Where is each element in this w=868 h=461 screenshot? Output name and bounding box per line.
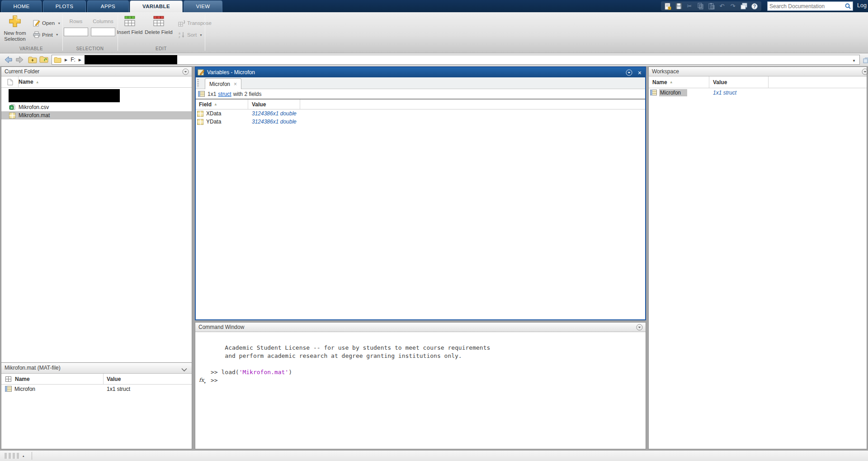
- address-actions-icon[interactable]: [861, 56, 868, 66]
- breadcrumb-caret-icon: ▶: [65, 58, 67, 62]
- close-tab-icon[interactable]: ×: [234, 81, 237, 87]
- forward-button[interactable]: [14, 55, 25, 65]
- tabstrip-grip[interactable]: [197, 79, 199, 87]
- login-link[interactable]: Log In: [857, 2, 868, 9]
- name-column-header[interactable]: Name: [652, 79, 667, 86]
- field-name: XData: [206, 110, 221, 117]
- workspace-title: Workspace: [652, 68, 679, 75]
- address-dropdown-icon[interactable]: ▼: [852, 59, 856, 63]
- sort-ascending-icon: ▲: [36, 80, 39, 84]
- back-button[interactable]: [3, 55, 13, 65]
- struct-icon: [650, 90, 658, 95]
- open-icon: [33, 19, 40, 27]
- workspace-table-header: Name ▲ Value: [649, 76, 867, 88]
- transpose-icon: [178, 19, 185, 27]
- sort-label: Sort: [187, 32, 197, 38]
- print-icon: [33, 31, 40, 38]
- command-window-panel: Command Window Academic Student License …: [195, 322, 646, 449]
- details-row[interactable]: Microfon 1x1 struct: [1, 385, 192, 393]
- struct-link[interactable]: struct: [218, 91, 231, 97]
- delete-field-icon: [153, 16, 165, 27]
- open-button[interactable]: Open ▼: [33, 19, 61, 27]
- search-documentation-input[interactable]: [768, 3, 843, 10]
- panel-menu-icon[interactable]: [182, 68, 189, 75]
- name-column-header[interactable]: Name: [19, 79, 33, 85]
- command-window-content[interactable]: Academic Student License -- for use by s…: [195, 332, 646, 385]
- tab-variable[interactable]: VARIABLE: [130, 0, 183, 12]
- insert-field-button[interactable]: Insert Field: [116, 16, 143, 35]
- delete-field-button[interactable]: Delete Field: [145, 16, 173, 35]
- variables-document-tab[interactable]: Microfon ×: [205, 78, 241, 89]
- breadcrumb-drive[interactable]: F:: [71, 57, 75, 63]
- panel-menu-icon[interactable]: [862, 68, 868, 75]
- transpose-label: Transpose: [187, 20, 212, 26]
- details-table-header: Name Value: [1, 374, 192, 385]
- field-column-header[interactable]: Field: [199, 101, 212, 108]
- variable-value: 1x1 struct: [713, 90, 736, 96]
- new-from-selection-button[interactable]: New from Selection: [1, 15, 29, 42]
- grid-header-icon: [1, 376, 15, 382]
- fx-function-hints-icon[interactable]: fx▼: [199, 376, 206, 384]
- file-list-header: Name ▲: [1, 76, 192, 88]
- details-name-header[interactable]: Name: [15, 376, 30, 382]
- workspace-title-bar: Workspace: [649, 67, 867, 76]
- close-panel-icon[interactable]: ×: [638, 68, 642, 78]
- status-grip-arrow-icon: ▴: [23, 454, 24, 458]
- save-icon[interactable]: [675, 2, 683, 10]
- status-grip-handle[interactable]: [5, 453, 20, 459]
- quick-access-toolbar: ✂ ↶ ↷ ?: [661, 1, 761, 11]
- file-row-csv[interactable]: a Mikrofon.csv: [1, 103, 192, 111]
- struct-icon: [5, 386, 13, 392]
- struct-icon: [198, 91, 205, 97]
- window-layout-icon[interactable]: [740, 2, 748, 10]
- search-documentation-box: [767, 1, 853, 11]
- variables-row-ydata[interactable]: YData 3124386x1 double: [196, 118, 645, 126]
- insert-field-label: Insert Field: [116, 29, 143, 35]
- command-prompt[interactable]: >>: [211, 376, 646, 385]
- columns-input[interactable]: [91, 28, 115, 36]
- undo-icon: ↶: [718, 2, 726, 10]
- cut-icon: ✂: [685, 2, 693, 10]
- print-button[interactable]: Print ▼: [33, 31, 59, 38]
- license-line: and perform academic research at degree …: [211, 352, 646, 360]
- current-folder-title-bar: Current Folder: [1, 67, 192, 76]
- group-label-edit: EDIT: [118, 45, 205, 52]
- value-column-header[interactable]: Value: [252, 101, 266, 108]
- tab-plots[interactable]: PLOTS: [43, 0, 86, 12]
- variables-menu-icon[interactable]: [626, 69, 632, 76]
- help-icon[interactable]: ?: [750, 2, 759, 10]
- new-from-selection-label: New from Selection: [1, 30, 29, 42]
- delete-field-label: Delete Field: [145, 29, 173, 35]
- string-literal: 'Mikrofon.mat': [239, 369, 289, 375]
- summary-size: 1x1: [208, 91, 216, 97]
- sort-icon: az: [178, 31, 185, 38]
- svg-text:a: a: [179, 32, 180, 35]
- details-title: Mikrofon.mat (MAT-file): [5, 365, 61, 371]
- details-title-bar[interactable]: Mikrofon.mat (MAT-file): [1, 363, 192, 374]
- new-script-icon[interactable]: [664, 2, 672, 10]
- tab-home[interactable]: HOME: [1, 0, 42, 12]
- current-folder-title: Current Folder: [5, 68, 39, 75]
- copy-icon: [696, 2, 704, 10]
- file-row-mat-selected[interactable]: Mikrofon.mat: [1, 111, 192, 119]
- group-label-variable: VARIABLE: [0, 45, 62, 52]
- tab-apps[interactable]: APPS: [87, 0, 129, 12]
- print-label: Print: [42, 32, 53, 38]
- address-bar[interactable]: ▶ F: ▶ ▼: [52, 55, 860, 65]
- file-type-column-icon[interactable]: [1, 79, 19, 86]
- panel-menu-icon[interactable]: [636, 324, 643, 331]
- rows-input[interactable]: [64, 28, 88, 36]
- details-value-header[interactable]: Value: [107, 376, 121, 382]
- command-window-title: Command Window: [198, 324, 244, 330]
- browse-folder-button[interactable]: [39, 55, 49, 65]
- tab-view[interactable]: VIEW: [184, 0, 222, 12]
- numeric-array-icon: [197, 119, 205, 125]
- up-one-level-button[interactable]: [27, 55, 38, 65]
- redacted-path: [85, 55, 177, 64]
- workspace-row-microfon[interactable]: Microfon 1x1 struct: [649, 88, 867, 97]
- insert-field-icon: [124, 16, 136, 27]
- variables-table-header: Field ▲ Value: [196, 100, 645, 109]
- search-icon[interactable]: [843, 3, 853, 9]
- value-column-header[interactable]: Value: [713, 79, 727, 86]
- variables-row-xdata[interactable]: XData 3124386x1 double: [196, 109, 645, 118]
